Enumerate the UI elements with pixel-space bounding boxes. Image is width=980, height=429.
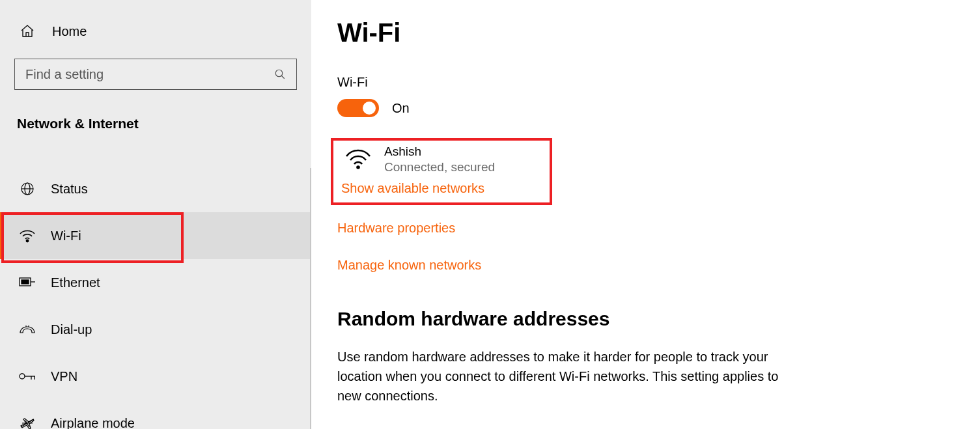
sidebar-scrollbar[interactable] bbox=[310, 168, 311, 429]
sidebar-nav-list: Status Wi-Fi bbox=[0, 165, 311, 429]
home-nav[interactable]: Home bbox=[0, 14, 311, 48]
sidebar-item-vpn[interactable]: VPN bbox=[0, 353, 311, 400]
home-label: Home bbox=[52, 24, 87, 39]
wifi-section-label: Wi-Fi bbox=[337, 75, 954, 90]
settings-sidebar: Home Network & Internet Status bbox=[0, 0, 311, 429]
sidebar-item-label: Wi-Fi bbox=[51, 228, 81, 243]
wifi-toggle-state: On bbox=[392, 101, 410, 116]
network-status: Connected, secured bbox=[384, 160, 495, 174]
ethernet-icon bbox=[18, 276, 36, 289]
svg-point-11 bbox=[20, 374, 25, 379]
sidebar-item-label: Status bbox=[51, 182, 88, 197]
airplane-icon bbox=[18, 415, 36, 429]
dialup-icon bbox=[18, 324, 36, 335]
sidebar-item-label: Dial-up bbox=[51, 322, 92, 337]
sidebar-item-ethernet[interactable]: Ethernet bbox=[0, 259, 311, 306]
svg-line-1 bbox=[281, 76, 285, 79]
globe-icon bbox=[18, 181, 36, 197]
sidebar-item-label: Ethernet bbox=[51, 275, 100, 290]
network-name: Ashish bbox=[384, 145, 495, 159]
search-icon bbox=[274, 68, 286, 80]
manage-known-networks-link[interactable]: Manage known networks bbox=[337, 258, 954, 273]
wifi-signal-icon bbox=[345, 148, 371, 171]
svg-point-0 bbox=[275, 70, 283, 77]
sidebar-item-airplane[interactable]: Airplane mode bbox=[0, 400, 311, 429]
search-input-container[interactable] bbox=[14, 59, 297, 90]
wifi-icon bbox=[18, 228, 36, 243]
sidebar-item-status[interactable]: Status bbox=[0, 165, 311, 212]
sidebar-item-label: VPN bbox=[51, 369, 77, 384]
hardware-properties-link[interactable]: Hardware properties bbox=[337, 221, 954, 236]
search-input[interactable] bbox=[25, 67, 274, 82]
svg-point-15 bbox=[356, 165, 360, 169]
home-icon bbox=[18, 23, 36, 39]
current-network-block: Ashish Connected, secured Show available… bbox=[331, 138, 552, 205]
wifi-toggle[interactable] bbox=[337, 99, 379, 117]
toggle-knob bbox=[363, 102, 376, 115]
sidebar-item-wifi[interactable]: Wi-Fi bbox=[0, 212, 311, 259]
category-title: Network & Internet bbox=[17, 116, 311, 131]
random-hw-body: Use random hardware addresses to make it… bbox=[337, 347, 780, 406]
svg-rect-8 bbox=[21, 280, 29, 284]
page-title: Wi-Fi bbox=[337, 18, 954, 48]
current-network[interactable]: Ashish Connected, secured bbox=[339, 145, 544, 181]
show-available-networks-link[interactable]: Show available networks bbox=[341, 181, 544, 196]
vpn-icon bbox=[18, 371, 36, 381]
main-content: Wi-Fi Wi-Fi On Ashish Connected, secured… bbox=[311, 0, 980, 429]
sidebar-item-dialup[interactable]: Dial-up bbox=[0, 306, 311, 353]
random-hw-title: Random hardware addresses bbox=[337, 308, 954, 330]
svg-point-5 bbox=[26, 240, 28, 242]
sidebar-item-label: Airplane mode bbox=[51, 416, 135, 430]
